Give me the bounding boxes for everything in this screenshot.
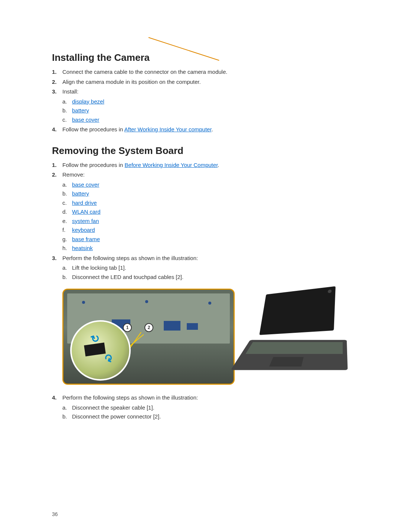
- zoom-circle-icon: ↻ ↻: [70, 320, 131, 381]
- link-keyboard[interactable]: keyboard: [72, 227, 95, 233]
- remove-board-steps: Follow the procedures in Before Working …: [52, 161, 349, 282]
- page-number: 36: [52, 511, 58, 517]
- link-heatsink[interactable]: heatsink: [72, 245, 93, 251]
- link-battery-2[interactable]: battery: [72, 190, 89, 197]
- chip-icon: [187, 323, 198, 330]
- install-sublist: display bezel battery base cover: [62, 98, 349, 124]
- illustration: 1 2 ↻ ↻: [62, 289, 349, 385]
- heading-removing-system-board: Removing the System Board: [52, 145, 349, 157]
- step4-post: .: [212, 126, 213, 132]
- rsub-c: hard drive: [62, 199, 349, 207]
- rstep-3: Perform the following steps as shown in …: [52, 254, 349, 282]
- sub-a: display bezel: [62, 98, 349, 106]
- screw-icon: [208, 302, 211, 305]
- link-base-frame[interactable]: base frame: [72, 236, 100, 242]
- rstep2-intro: Remove:: [62, 171, 85, 178]
- link-system-fan[interactable]: system fan: [72, 218, 99, 224]
- rsub-e: system fan: [62, 217, 349, 226]
- install-camera-steps: Connect the camera cable to the connecto…: [52, 68, 349, 134]
- touchpad-icon: [269, 357, 304, 366]
- link-before-working[interactable]: Before Working Inside Your Computer: [125, 162, 218, 168]
- chip-icon: [164, 321, 180, 331]
- rstep-4: Perform the following steps as shown in …: [52, 394, 349, 421]
- callout-label-2: 2: [144, 323, 153, 332]
- sub-b: battery: [62, 106, 349, 115]
- screw-icon: [145, 300, 148, 303]
- link-base-cover[interactable]: base cover: [72, 116, 99, 123]
- rstep3-a: Lift the locking tab [1].: [62, 264, 349, 272]
- step-3: Install: display bezel battery base cove…: [52, 88, 349, 124]
- rstep-1: Follow the procedures in Before Working …: [52, 161, 349, 170]
- step4-pre: Follow the procedures in: [62, 126, 124, 132]
- laptop-base-icon: [231, 340, 348, 370]
- link-base-cover-2[interactable]: base cover: [72, 181, 99, 188]
- rstep4-a: Disconnect the speaker cable [1].: [62, 404, 349, 412]
- link-after-working[interactable]: After Working Inside Your computer: [124, 126, 212, 132]
- remove-board-steps-cont: Perform the following steps as shown in …: [52, 394, 349, 421]
- rstep4-sublist: Disconnect the speaker cable [1]. Discon…: [62, 404, 349, 421]
- step-1: Connect the camera cable to the connecto…: [52, 68, 349, 76]
- rstep3-sublist: Lift the locking tab [1]. Disconnect the…: [62, 264, 349, 281]
- illustration-laptop: [241, 289, 348, 381]
- remove-sublist: base cover battery hard drive WLAN card …: [62, 181, 349, 253]
- rstep1-post: .: [218, 162, 219, 168]
- rstep1-pre: Follow the procedures in: [62, 162, 125, 168]
- link-display-bezel[interactable]: display bezel: [72, 98, 104, 105]
- rstep3-intro: Perform the following steps as shown in …: [62, 255, 198, 261]
- rstep3-b: Disconnect the LED and touchpad cables […: [62, 273, 349, 282]
- rstep-2: Remove: base cover battery hard drive WL…: [52, 171, 349, 253]
- rsub-d: WLAN card: [62, 208, 349, 216]
- step-4: Follow the procedures in After Working I…: [52, 125, 349, 134]
- rsub-b: battery: [62, 190, 349, 198]
- rsub-f: keyboard: [62, 226, 349, 234]
- screw-icon: [82, 301, 85, 304]
- step-3-intro: Install:: [62, 88, 78, 95]
- laptop-lid-icon: [259, 286, 335, 335]
- rstep4-intro: Perform the following steps as shown in …: [62, 394, 198, 401]
- link-hard-drive[interactable]: hard drive: [72, 200, 97, 206]
- rsub-g: base frame: [62, 235, 349, 244]
- rsub-h: heatsink: [62, 244, 349, 253]
- step-2: Align the camera module in its position …: [52, 78, 349, 86]
- rsub-a: base cover: [62, 181, 349, 189]
- callout-label-1: 1: [123, 323, 132, 332]
- document-page: Installing the Camera Connect the camera…: [0, 0, 401, 532]
- rstep4-b: Disconnect the power connector [2].: [62, 413, 349, 421]
- link-wlan-card[interactable]: WLAN card: [72, 208, 101, 215]
- illustration-closeup: 1 2 ↻ ↻: [62, 289, 235, 385]
- sub-c: base cover: [62, 116, 349, 124]
- link-battery[interactable]: battery: [72, 107, 89, 114]
- palmrest-icon: [245, 342, 343, 354]
